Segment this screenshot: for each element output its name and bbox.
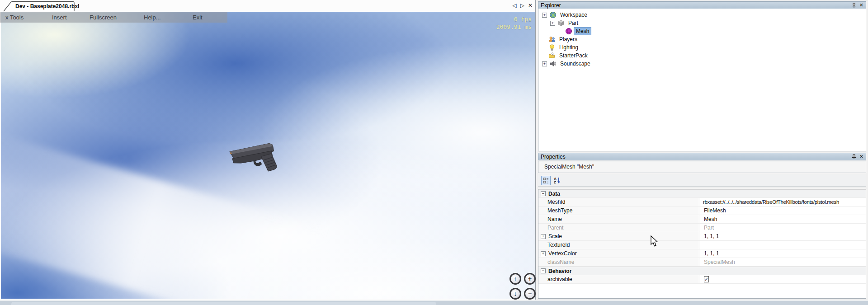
expander-spacer — [542, 54, 546, 58]
tree-label: Soundscape — [558, 60, 592, 67]
property-row-classname: className SpecialMesh — [538, 258, 866, 267]
property-row-parent: Parent Part — [538, 224, 866, 232]
properties-toolbar: AZ — [538, 174, 866, 187]
property-value[interactable]: 1, 1, 1 — [699, 233, 866, 239]
menu-item-fullscreen[interactable]: Fullscreen — [90, 14, 117, 21]
property-row-textureid[interactable]: TextureId — [538, 241, 866, 249]
expand-icon[interactable]: + — [542, 61, 547, 66]
globe-icon — [549, 11, 557, 19]
tab-close-icon[interactable]: ✕ — [528, 2, 533, 9]
roblox-studio-window: x Tools Insert Fullscreen Help... Exit 0… — [0, 0, 868, 305]
right-dock: Explorer ✕ + Workspace + Part — [537, 0, 868, 300]
tab-strip: Dev - Baseplate2048.rbxl ◁ ▷ ✕ — [0, 0, 535, 12]
tree-item-workspace[interactable]: + Workspace — [538, 11, 866, 19]
mesh-icon — [565, 28, 572, 35]
properties-panel: SpecialMesh "Mesh" AZ − Data MeshId rbxa… — [537, 152, 868, 300]
property-name: Parent — [547, 225, 563, 231]
property-name: TextureId — [547, 242, 570, 248]
section-row-data[interactable]: − Data — [538, 189, 866, 198]
property-row-name[interactable]: Name Mesh — [538, 215, 866, 224]
tree-item-players[interactable]: Players — [538, 35, 866, 43]
property-value: SpecialMesh — [699, 259, 866, 265]
property-value: Part — [699, 225, 866, 231]
az-sort-icon: AZ — [554, 177, 562, 184]
players-icon — [548, 36, 556, 43]
property-row-meshtype[interactable]: MeshType FileMesh — [538, 206, 866, 215]
property-row-archivable[interactable]: archivable ✓ — [538, 275, 866, 284]
document-tab[interactable]: Dev - Baseplate2048.rbxl — [3, 1, 75, 12]
tree-item-mesh[interactable]: Mesh — [538, 27, 866, 35]
property-value[interactable]: Mesh — [699, 216, 866, 222]
archivable-checkbox[interactable]: ✓ — [704, 276, 709, 282]
expander-spacer — [542, 38, 546, 42]
expand-icon[interactable]: + — [541, 251, 546, 256]
explorer-close-icon[interactable]: ✕ — [859, 2, 863, 8]
tree-item-soundscape[interactable]: + Soundscape — [538, 60, 866, 68]
categorized-icon — [543, 178, 549, 183]
section-row-behavior[interactable]: − Behavior — [538, 267, 866, 275]
soundscape-icon — [549, 60, 557, 67]
explorer-header[interactable]: Explorer ✕ — [538, 1, 866, 9]
zoom-in-button[interactable]: + — [524, 273, 536, 285]
tree-label: Workspace — [558, 11, 589, 19]
property-name: MeshType — [547, 207, 572, 214]
arrow-up-icon: ↑ — [514, 275, 517, 282]
expander-spacer — [542, 46, 546, 50]
expand-icon[interactable]: + — [542, 13, 547, 18]
selected-object-header[interactable]: SpecialMesh "Mesh" — [538, 161, 866, 173]
property-value[interactable]: rbxasset://../../../shareddata/RiseOfThe… — [699, 199, 866, 205]
tree-label: StarterPack — [557, 52, 590, 59]
section-name: Data — [548, 191, 560, 197]
explorer-title: Explorer — [541, 2, 852, 9]
property-row-scale[interactable]: +Scale 1, 1, 1 — [538, 232, 866, 241]
tilt-up-button[interactable]: ↑ — [509, 273, 521, 285]
mouse-cursor — [650, 235, 659, 248]
property-value[interactable]: 1, 1, 1 — [699, 250, 866, 257]
arrow-down-icon: ↓ — [514, 290, 517, 297]
frame-time-value: 2009.91 ms — [496, 23, 532, 31]
pin-icon[interactable] — [852, 3, 856, 8]
alphabetical-sort-button[interactable]: AZ — [554, 176, 562, 185]
tab-prev-icon[interactable]: ◁ — [512, 2, 516, 9]
property-name: archivable — [547, 276, 572, 282]
expand-icon[interactable]: + — [541, 234, 546, 239]
pistol-mesh[interactable] — [227, 141, 281, 175]
property-name: MeshId — [547, 199, 565, 205]
menu-item-tools[interactable]: x Tools — [5, 14, 24, 21]
3d-viewport[interactable] — [1, 12, 535, 299]
property-grid: − Data MeshId rbxasset://../../../shared… — [538, 189, 866, 299]
property-name: Name — [547, 216, 562, 222]
menu-item-exit[interactable]: Exit — [193, 14, 203, 21]
plus-icon: + — [528, 275, 532, 282]
zoom-out-button[interactable]: − — [524, 288, 536, 300]
menu-bar: x Tools Insert Fullscreen Help... Exit — [0, 12, 227, 23]
property-name: className — [547, 259, 574, 265]
tab-title: Dev - Baseplate2048.rbxl — [15, 3, 79, 9]
property-row-meshid[interactable]: MeshId rbxasset://../../../shareddata/Ri… — [538, 198, 866, 206]
expand-icon[interactable]: + — [550, 21, 555, 26]
minus-icon: − — [528, 290, 532, 297]
tree-label: Players — [557, 36, 579, 43]
menu-item-help[interactable]: Help... — [144, 14, 161, 21]
tab-next-icon[interactable]: ▷ — [520, 2, 524, 9]
tilt-down-button[interactable]: ↓ — [509, 288, 521, 300]
tree-item-lighting[interactable]: Lighting — [538, 43, 866, 52]
tree-label-selected: Mesh — [574, 28, 591, 35]
property-row-vertexcolor[interactable]: +VertexColor 1, 1, 1 — [538, 249, 866, 258]
collapse-icon[interactable]: − — [541, 268, 546, 273]
menu-item-insert[interactable]: Insert — [52, 14, 67, 21]
tree-item-part[interactable]: + Part — [538, 19, 866, 27]
property-value[interactable]: FileMesh — [699, 207, 866, 214]
collapse-icon[interactable]: − — [541, 191, 546, 196]
categorized-view-button[interactable] — [541, 176, 551, 185]
part-icon — [557, 19, 565, 27]
explorer-panel[interactable]: + Workspace + Part Mesh Players — [538, 9, 866, 151]
fps-value: 0 fps — [496, 15, 532, 23]
property-name: Scale — [548, 233, 562, 239]
lighting-icon — [548, 44, 556, 51]
taskbar-inner — [11, 302, 436, 305]
tree-item-starterpack[interactable]: StarterPack — [538, 52, 866, 60]
taskbar-strip — [0, 300, 868, 305]
svg-text:Z: Z — [554, 180, 556, 184]
section-name: Behavior — [548, 268, 571, 274]
